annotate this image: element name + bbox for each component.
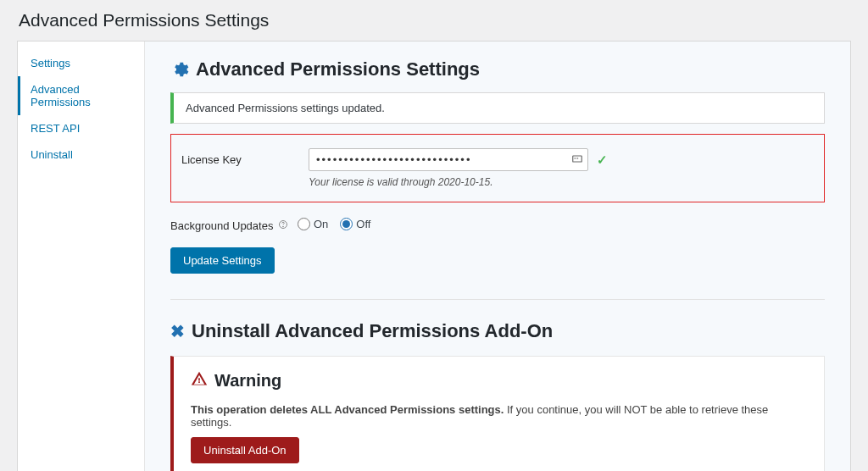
sidebar-item-rest-api[interactable]: REST API [18,115,144,141]
sidebar-item-settings[interactable]: Settings [18,50,144,76]
license-section: License Key ✓ Your license is valid t [170,134,825,202]
help-icon[interactable] [278,219,288,232]
warning-text: This operation deletes ALL Advanced Perm… [191,403,807,429]
success-notice: Advanced Permissions settings updated. [170,92,825,124]
svg-rect-2 [576,158,578,158]
sidebar-item-uninstall[interactable]: Uninstall [18,141,144,168]
settings-heading-text: Advanced Permissions Settings [196,58,480,80]
license-key-input[interactable] [309,148,588,171]
bg-updates-off-label: Off [356,218,370,230]
license-description: Your license is valid through 2020-10-15… [309,176,814,188]
background-updates-label: Background Updates [170,219,273,232]
warning-box: Warning This operation deletes ALL Advan… [170,356,825,471]
close-icon: ✖ [170,321,185,341]
bg-updates-off-radio[interactable] [340,218,353,230]
check-icon: ✓ [597,152,608,168]
settings-panel: Settings Advanced Permissions REST API U… [17,41,851,471]
warning-bold: This operation deletes ALL Advanced Perm… [191,403,504,416]
uninstall-heading-text: Uninstall Advanced Permissions Add-On [192,320,553,342]
warning-heading-text: Warning [214,371,281,391]
bg-updates-off-option[interactable]: Off [340,218,370,230]
sidebar: Settings Advanced Permissions REST API U… [18,42,145,471]
section-divider [170,299,825,300]
warning-icon [191,370,208,391]
svg-rect-1 [575,158,576,158]
uninstall-heading: ✖ Uninstall Advanced Permissions Add-On [170,320,825,342]
main-content: Advanced Permissions Settings Advanced P… [145,42,850,471]
bg-updates-on-label: On [314,218,328,230]
license-key-label: License Key [181,148,309,166]
page-title: Advanced Permissions Settings [17,10,851,30]
sidebar-item-advanced-permissions[interactable]: Advanced Permissions [18,76,144,115]
update-settings-button[interactable]: Update Settings [170,247,275,274]
credentials-icon [571,152,583,167]
background-updates-row: Background Updates On Off [170,211,825,236]
bg-updates-on-option[interactable]: On [298,218,328,230]
svg-point-4 [283,226,284,227]
gears-icon [170,60,189,79]
settings-heading: Advanced Permissions Settings [170,58,825,80]
bg-updates-on-radio[interactable] [298,218,310,230]
uninstall-button[interactable]: Uninstall Add-On [191,437,299,463]
